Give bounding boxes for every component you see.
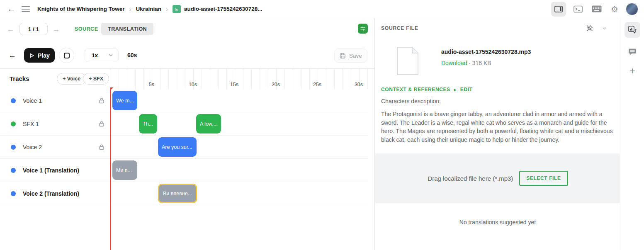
no-translations-message: No translations suggested yet [375,219,620,226]
pin-slash-icon [586,25,593,32]
dropzone-hint: Drag localized file here (*.mp3) [428,175,513,182]
play-button[interactable]: Play [24,48,55,63]
topbar-actions: ⚙ [551,2,638,17]
description-label: Characters description: [381,98,441,104]
plus-icon: + [629,65,635,77]
edit-link[interactable]: EDIT [460,87,473,92]
track-color-dot [11,98,16,103]
terminal-icon [574,5,583,13]
lock-icon[interactable] [99,97,104,105]
playhead[interactable] [110,87,111,250]
ruler-tick [177,69,177,89]
tab-source[interactable]: SOURCE [75,23,98,35]
audio-file-tab-button[interactable] [625,22,640,38]
ruler-tick [367,69,368,89]
effects-badge-button[interactable] [358,24,368,34]
timeline-clip[interactable]: Ви впевне... [158,184,197,203]
timeline-clip[interactable]: A low,... [196,114,221,133]
timeline-clip[interactable]: We m... [112,91,137,110]
breadcrumb-separator: › [129,5,131,12]
gear-icon: ⚙ [611,5,618,13]
avatar[interactable] [626,3,638,15]
breadcrumb-language[interactable]: Ukrainian [136,6,162,12]
right-rail: + [620,18,644,250]
track-color-dot [11,121,16,126]
settings-button[interactable]: ⚙ [609,3,620,15]
ruler-tick [301,69,301,89]
ruler-tick [326,69,326,89]
track-name: Voice 1 (Translation) [23,167,79,174]
prev-page-button[interactable]: ← [7,25,15,34]
breadcrumb-separator: › [166,5,168,12]
source-file-title: SOURCE FILE [381,25,418,31]
terminal-button[interactable] [572,4,584,15]
menu-icon[interactable] [17,5,37,14]
next-page-button[interactable]: → [52,25,60,34]
comment-icon [628,48,637,56]
context-references-row: CONTEXT & REFERENCES ▸ EDIT [381,87,473,92]
audio-file-icon [628,25,637,34]
ruler-tick-label: 5s [149,82,154,87]
app-root: ← Knights of the Whispering Tower › Ukra… [0,0,644,250]
caret-right-icon: ▸ [454,87,457,92]
ruler-tick [202,69,202,89]
ruler-tick [168,69,169,89]
speed-value: 1x [92,52,98,58]
timeline-clip[interactable]: Th... [139,114,157,133]
timeline-back-button[interactable]: ← [8,51,16,60]
source-filename: audio-asset-1755242630728.mp3 [441,49,531,55]
save-button[interactable]: Save [334,49,367,63]
play-icon [29,53,34,58]
ruler-tick-label: 15s [230,82,238,87]
source-file-panel: SOURCE FILE audio-asset-1755242630728.mp… [374,18,620,250]
ruler-tick [334,69,335,89]
ruler-tick [185,69,185,89]
download-link[interactable]: Download [441,60,467,66]
asset-image-icon [173,5,181,13]
save-label: Save [349,53,362,59]
add-sfx-button[interactable]: + SFX [83,73,109,85]
ruler-tick-label: 30s [355,82,363,87]
keyboard-button[interactable] [590,4,603,14]
panel-collapse-button[interactable] [600,25,608,32]
breadcrumb-project[interactable]: Knights of the Whispering Tower [37,6,125,12]
ruler-tick [127,69,127,89]
ruler-tick-label: 10s [189,82,197,87]
ruler-tick [243,69,243,89]
top-bar: ← Knights of the Whispering Tower › Ukra… [0,0,644,18]
timeline-clip[interactable]: Ми п... [112,160,137,180]
effects-icon [360,26,366,32]
ruler-tick [210,69,210,89]
comments-button[interactable] [625,44,640,60]
breadcrumb-asset[interactable]: audio-asset-1755242630728... [184,6,262,12]
meta-separator: · [469,60,471,66]
track-name: Voice 2 [23,144,42,150]
stop-button[interactable] [59,48,74,63]
unpin-button[interactable] [585,23,595,33]
ruler-tick [309,69,310,89]
lock-icon[interactable] [99,144,104,152]
ruler-tick [226,69,227,89]
track-color-dot [11,191,16,196]
tab-translation[interactable]: TRANSLATION [101,23,153,35]
timeline-clip[interactable]: Are you sur... [158,137,197,157]
select-file-button[interactable]: SELECT FILE [519,171,568,186]
add-voice-button[interactable]: + Voice [57,73,86,85]
ruler-tick [135,69,136,89]
ruler-tick [160,69,160,89]
track-name: Voice 2 (Translation) [23,190,79,197]
lock-icon[interactable] [99,121,104,129]
context-references-link[interactable]: CONTEXT & REFERENCES [381,87,450,92]
localized-file-dropzone[interactable]: Drag localized file here (*.mp3) SELECT … [375,153,620,203]
back-arrow-icon[interactable]: ← [6,3,17,15]
add-panel-button[interactable]: + [625,63,640,79]
timeline-ruler[interactable]: 5s10s15s20s25s30s [110,69,368,89]
speed-select[interactable]: 1x [85,48,119,62]
track-color-dot [11,145,16,150]
keyboard-icon [592,5,602,12]
ruler-tick [293,69,293,89]
page-indicator[interactable]: 1 / 1 [19,23,48,35]
clips-layer: We m...Th...A low,...Are you sur...Ми п.… [111,89,368,206]
layout-toggle-button[interactable] [551,2,566,17]
ruler-tick [260,69,260,89]
